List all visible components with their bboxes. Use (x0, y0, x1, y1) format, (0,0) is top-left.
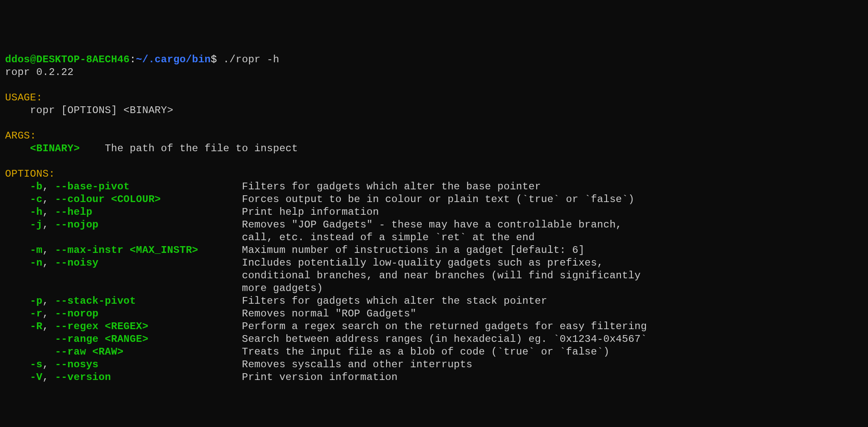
option-long: --base-pivot (55, 181, 130, 192)
option-long: --max-instr (55, 244, 130, 256)
option-row: -R, --regex <REGEX> Perform a regex sear… (5, 320, 863, 333)
option-short: -R (30, 321, 42, 332)
option-row: -m, --max-instr <MAX_INSTR> Maximum numb… (5, 244, 863, 257)
option-row: --range <RANGE> Search between address r… (5, 333, 863, 346)
option-desc: Filters for gadgets which alter the base… (242, 181, 541, 192)
option-long: --colour (55, 194, 111, 205)
option-sep: , (42, 321, 55, 332)
prompt-command[interactable]: ./ropr -h (217, 54, 279, 65)
option-row: -p, --stack-pivot Filters for gadgets wh… (5, 295, 863, 308)
option-sep: , (42, 194, 55, 205)
option-sep: , (42, 257, 55, 269)
option-arg: <RAW> (92, 346, 124, 358)
option-sep: , (42, 295, 55, 307)
option-long: --version (55, 372, 111, 383)
option-sep: , (42, 244, 55, 256)
terminal-output: ddos@DESKTOP-8AECH46:~/.cargo/bin$ ./rop… (5, 53, 863, 384)
option-desc-cont: more gadgets) (5, 282, 863, 295)
option-row: -V, --version Print version information (5, 371, 863, 384)
option-long: --norop (55, 308, 99, 319)
option-short: -V (30, 372, 42, 383)
option-desc-cont: conditional branches, and near branches … (5, 269, 863, 282)
option-row: -b, --base-pivot Filters for gadgets whi… (5, 180, 863, 193)
option-desc: Removes "JOP Gadgets" - these may have a… (242, 219, 622, 230)
option-sep: , (42, 219, 55, 230)
options-header: OPTIONS: (5, 168, 55, 180)
option-sep (30, 346, 55, 358)
option-short: -r (30, 308, 42, 319)
option-desc: Print version information (242, 372, 398, 383)
option-desc: Filters for gadgets which alter the stac… (242, 295, 547, 307)
prompt-line: ddos@DESKTOP-8AECH46:~/.cargo/bin$ ./rop… (5, 54, 279, 65)
option-desc: Removes normal "ROP Gadgets" (242, 308, 417, 319)
usage-header: USAGE: (5, 92, 42, 103)
version-line: ropr 0.2.22 (5, 67, 74, 78)
option-arg: <RANGE> (105, 333, 148, 345)
option-desc: Forces output to be in colour or plain t… (242, 194, 634, 205)
option-long: --help (55, 206, 92, 218)
option-long: --stack-pivot (55, 295, 136, 307)
prompt-dollar: $ (211, 54, 217, 65)
option-desc: Print help information (242, 206, 379, 218)
option-row: -j, --nojop Removes "JOP Gadgets" - thes… (5, 219, 863, 231)
option-long: --nosys (55, 359, 99, 370)
option-sep: , (42, 359, 55, 370)
option-desc: Perform a regex search on the returned g… (242, 321, 647, 332)
option-short: -n (30, 257, 42, 269)
option-short: -j (30, 219, 42, 230)
option-long: --raw (55, 346, 92, 358)
usage-line: ropr [OPTIONS] <BINARY> (30, 105, 173, 116)
option-arg: <COLOUR> (111, 194, 161, 205)
option-desc: Removes syscalls and other interrupts (242, 359, 473, 370)
option-sep: , (42, 308, 55, 319)
option-row: -n, --noisy Includes potentially low-qua… (5, 257, 863, 269)
prompt-user: ddos@DESKTOP-8AECH46 (5, 54, 130, 65)
option-short: -h (30, 206, 42, 218)
option-long: --noisy (55, 257, 99, 269)
option-row: -c, --colour <COLOUR> Forces output to b… (5, 193, 863, 206)
option-desc: Includes potentially low-quality gadgets… (242, 257, 604, 269)
option-arg: <REGEX> (105, 321, 148, 332)
option-sep: , (42, 206, 55, 218)
option-desc-cont: call, etc. instead of a simple `ret` at … (5, 231, 863, 244)
option-row: -s, --nosys Removes syscalls and other i… (5, 358, 863, 371)
option-long: --regex (55, 321, 105, 332)
option-sep: , (42, 181, 55, 192)
option-arg: <MAX_INSTR> (130, 244, 198, 256)
option-short: -m (30, 244, 42, 256)
option-long: --nojop (55, 219, 99, 230)
option-sep: , (42, 372, 55, 383)
option-row: -h, --help Print help information (5, 206, 863, 219)
option-short: -b (30, 181, 42, 192)
args-header: ARGS: (5, 130, 36, 141)
args-name: <BINARY> (30, 143, 80, 154)
option-short: -p (30, 295, 42, 307)
prompt-colon: : (130, 54, 136, 65)
option-long: --range (55, 333, 105, 345)
option-desc: Maximum number of instructions in a gadg… (242, 244, 585, 256)
option-short: -s (30, 359, 42, 370)
prompt-path: ~/.cargo/bin (136, 54, 211, 65)
option-short: -c (30, 194, 42, 205)
option-desc: Search between address ranges (in hexade… (242, 333, 647, 345)
args-desc: The path of the file to inspect (105, 143, 298, 154)
option-row: -r, --norop Removes normal "ROP Gadgets" (5, 308, 863, 320)
option-desc: Treats the input file as a blob of code … (242, 346, 609, 358)
option-sep (30, 333, 55, 345)
option-row: --raw <RAW> Treats the input file as a b… (5, 346, 863, 358)
